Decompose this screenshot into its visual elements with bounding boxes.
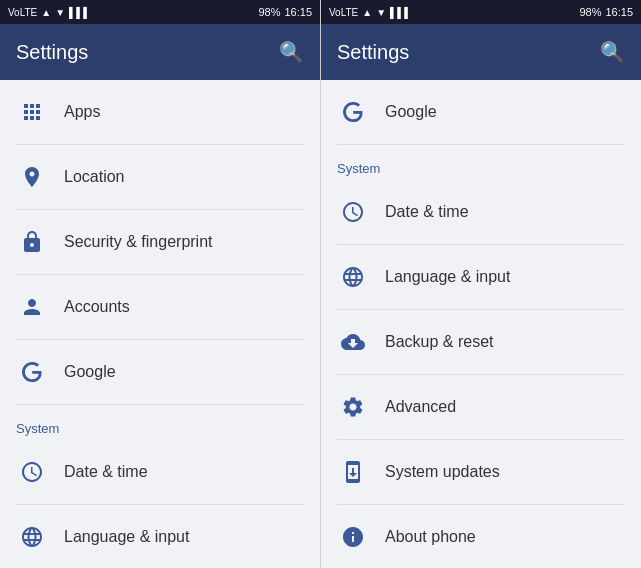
right-settings-list: Google System Date & time Language & inp…: [321, 80, 641, 568]
system-section-header-left: System: [0, 405, 320, 440]
right-settings-item-advanced[interactable]: Advanced: [321, 375, 641, 439]
right-updates-icon: [337, 456, 369, 488]
right-status-bar: VoLTE ▲ ▼ ▌▌▌ 98% 16:15: [321, 0, 641, 24]
right-status-icons: VoLTE ▲ ▼ ▌▌▌: [329, 7, 411, 18]
right-language-label: Language & input: [385, 268, 510, 286]
left-settings-list: Apps Location Security & fingerprint: [0, 80, 320, 568]
right-settings-item-google[interactable]: Google: [321, 80, 641, 144]
date-label: Date & time: [64, 463, 148, 481]
settings-item-security[interactable]: Security & fingerprint: [0, 210, 320, 274]
right-date-icon: [337, 196, 369, 228]
right-panel: VoLTE ▲ ▼ ▌▌▌ 98% 16:15 Settings 🔍 Googl…: [320, 0, 641, 568]
right-app-bar: Settings 🔍: [321, 24, 641, 80]
battery-percent: 98%: [258, 6, 280, 18]
right-settings-item-updates[interactable]: System updates: [321, 440, 641, 504]
volte-icon: VoLTE: [8, 7, 37, 18]
settings-item-location[interactable]: Location: [0, 145, 320, 209]
right-wifi-icon: ▲: [362, 7, 372, 18]
settings-item-google[interactable]: Google: [0, 340, 320, 404]
settings-item-apps[interactable]: Apps: [0, 80, 320, 144]
right-about-label: About phone: [385, 528, 476, 546]
right-backup-label: Backup & reset: [385, 333, 494, 351]
right-signal-bars-icon: ▌▌▌: [390, 7, 411, 18]
right-search-icon[interactable]: 🔍: [600, 40, 625, 64]
right-google-label: Google: [385, 103, 437, 121]
right-settings-item-language[interactable]: Language & input: [321, 245, 641, 309]
right-signal-icon: ▼: [376, 7, 386, 18]
right-status-right: 98% 16:15: [579, 6, 633, 18]
settings-item-accounts[interactable]: Accounts: [0, 275, 320, 339]
settings-item-language[interactable]: Language & input: [0, 505, 320, 568]
system-section-header-right: System: [321, 145, 641, 180]
google-icon-left: [16, 356, 48, 388]
right-advanced-icon: [337, 391, 369, 423]
google-label-left: Google: [64, 363, 116, 381]
left-status-bar: VoLTE ▲ ▼ ▌▌▌ 98% 16:15: [0, 0, 320, 24]
left-panel: VoLTE ▲ ▼ ▌▌▌ 98% 16:15 Settings 🔍 Apps: [0, 0, 320, 568]
language-label: Language & input: [64, 528, 189, 546]
right-title: Settings: [337, 41, 409, 64]
right-updates-label: System updates: [385, 463, 500, 481]
left-title: Settings: [16, 41, 88, 64]
right-settings-item-backup[interactable]: Backup & reset: [321, 310, 641, 374]
right-advanced-label: Advanced: [385, 398, 456, 416]
security-icon: [16, 226, 48, 258]
left-app-bar: Settings 🔍: [0, 24, 320, 80]
signal-icon: ▼: [55, 7, 65, 18]
location-label: Location: [64, 168, 125, 186]
apps-icon: [16, 96, 48, 128]
language-icon: [16, 521, 48, 553]
right-date-label: Date & time: [385, 203, 469, 221]
security-label: Security & fingerprint: [64, 233, 213, 251]
apps-label: Apps: [64, 103, 100, 121]
right-language-icon: [337, 261, 369, 293]
right-backup-icon: [337, 326, 369, 358]
right-settings-item-about[interactable]: About phone: [321, 505, 641, 568]
time-display: 16:15: [284, 6, 312, 18]
right-about-icon: [337, 521, 369, 553]
left-search-icon[interactable]: 🔍: [279, 40, 304, 64]
left-status-icons: VoLTE ▲ ▼ ▌▌▌: [8, 7, 90, 18]
wifi-icon: ▲: [41, 7, 51, 18]
accounts-icon: [16, 291, 48, 323]
right-volte-icon: VoLTE: [329, 7, 358, 18]
right-google-icon: [337, 96, 369, 128]
location-icon: [16, 161, 48, 193]
right-settings-item-date[interactable]: Date & time: [321, 180, 641, 244]
right-time-display: 16:15: [605, 6, 633, 18]
settings-item-date[interactable]: Date & time: [0, 440, 320, 504]
signal-bars-icon: ▌▌▌: [69, 7, 90, 18]
left-status-right: 98% 16:15: [258, 6, 312, 18]
accounts-label: Accounts: [64, 298, 130, 316]
right-battery-percent: 98%: [579, 6, 601, 18]
date-icon: [16, 456, 48, 488]
